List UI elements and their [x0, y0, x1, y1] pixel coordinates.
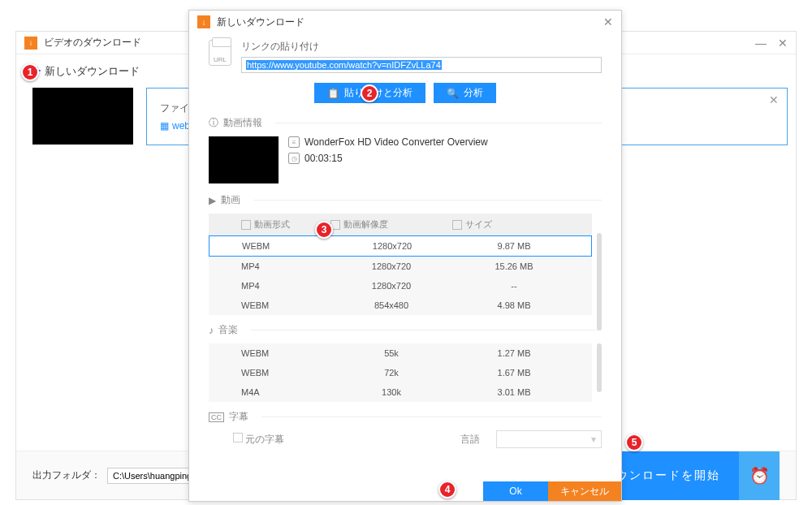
- dialog-title: 新しいダウンロード: [217, 15, 304, 29]
- url-input[interactable]: https://www.youtube.com/watch?v=nIDFZvLL…: [241, 57, 602, 73]
- video-format-row[interactable]: WEBM854x4804.98 MB: [209, 296, 592, 315]
- video-title: WonderFox HD Video Converter Overview: [304, 136, 488, 148]
- paste-link-label: リンクの貼り付け: [241, 40, 602, 54]
- size-icon: [452, 220, 462, 230]
- video-format-row[interactable]: MP41280x720--: [209, 276, 592, 296]
- audio-format-row[interactable]: M4A130k3.01 MB: [209, 382, 592, 402]
- music-icon: ♪: [209, 325, 214, 336]
- dialog-app-icon: ↓: [197, 15, 210, 28]
- format-icon: [241, 220, 251, 230]
- subtitle-section-header: CC字幕: [209, 410, 602, 424]
- cc-icon: CC: [209, 412, 224, 422]
- step-badge-5: 5: [625, 434, 643, 451]
- ok-button[interactable]: Ok: [483, 481, 548, 501]
- video-format-row[interactable]: MP41280x72015.26 MB: [209, 257, 592, 276]
- video-scrollbar[interactable]: [597, 233, 602, 330]
- window-title: ビデオのダウンロード: [44, 36, 141, 50]
- minimize-button[interactable]: —: [755, 37, 767, 50]
- video-duration: 00:03:15: [304, 153, 343, 164]
- audio-scrollbar[interactable]: [597, 343, 602, 392]
- output-folder-label: 出力フォルダ：: [32, 468, 101, 482]
- step-badge-2: 2: [361, 84, 378, 102]
- cancel-button[interactable]: キャンセル: [548, 481, 621, 501]
- info-icon: ⓘ: [209, 116, 218, 130]
- duration-icon: ◷: [288, 153, 300, 164]
- new-download-dialog: ↓ 新しいダウンロード ✕ URL リンクの貼り付け https://www.y…: [188, 10, 622, 502]
- step-badge-4: 4: [438, 481, 456, 499]
- schedule-button[interactable]: ⏰: [739, 451, 780, 500]
- dialog-close-button[interactable]: ✕: [603, 15, 613, 28]
- step-badge-3: 3: [315, 221, 333, 239]
- audio-format-row[interactable]: WEBM72k1.67 MB: [209, 363, 592, 382]
- video-format-row[interactable]: WEBM1280x7209.87 MB: [209, 235, 592, 257]
- audio-section-header: ♪音楽: [209, 323, 602, 337]
- language-select[interactable]: ▾: [496, 430, 602, 448]
- video-icon: ▶: [209, 195, 216, 206]
- video-table-header: 動画形式 動画解像度 サイズ: [209, 214, 592, 235]
- video-section-header: ▶動画: [209, 193, 602, 207]
- new-download-label: 新しいダウンロード: [45, 64, 140, 79]
- paste-icon: 📋: [327, 88, 339, 99]
- app-icon: ↓: [24, 37, 37, 50]
- search-icon: 🔍: [447, 88, 459, 99]
- title-icon: ≡: [288, 136, 300, 148]
- analyze-button[interactable]: 🔍分析: [434, 83, 496, 103]
- remove-item-button[interactable]: ✕: [769, 93, 779, 106]
- format-badge: ▦web: [160, 120, 190, 132]
- original-subtitle-checkbox[interactable]: 元の字幕: [233, 433, 284, 447]
- video-info-header: ⓘ動画情報: [209, 116, 602, 130]
- audio-format-row[interactable]: WEBM55k1.27 MB: [209, 343, 592, 363]
- step-badge-1: 1: [21, 63, 39, 81]
- url-icon: URL: [209, 40, 231, 66]
- close-button[interactable]: ✕: [778, 37, 788, 50]
- preview-thumbnail: [209, 136, 279, 183]
- language-label: 言語: [460, 433, 480, 447]
- video-thumbnail: [32, 88, 133, 145]
